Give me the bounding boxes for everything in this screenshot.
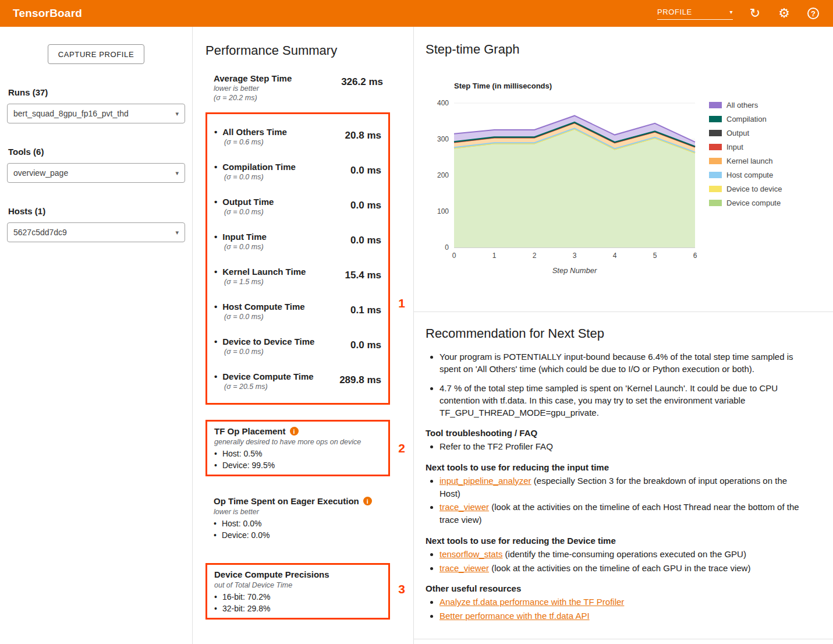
metric-output-time: Output Time (σ = 0.0 ms) 0.0 ms <box>214 189 381 224</box>
rec-link[interactable]: trace_viewer <box>439 563 489 573</box>
chevron-down-icon: ▾ <box>175 229 179 236</box>
metric-kernel-launch-time: Kernel Launch Time (σ = 1.5 ms) 15.4 ms <box>214 259 381 293</box>
hosts-select-value: 5627c5dd7dc9 <box>13 228 67 237</box>
annotation-box-3: Device Compute Precisions out of Total D… <box>205 563 390 620</box>
tf-op-placement-note: generally desired to have more ops on de… <box>214 438 381 446</box>
chart-x-axis-label: Step Number <box>454 266 695 275</box>
chevron-down-icon: ▾ <box>729 9 733 15</box>
annotation-box-2: TF Op Placement generally desired to hav… <box>205 420 390 476</box>
svg-text:400: 400 <box>437 99 449 107</box>
info-icon[interactable] <box>290 427 299 436</box>
annotation-number-3: 3 <box>398 582 405 596</box>
chart-legend: All othersCompilationOutputInputKernel l… <box>709 101 782 266</box>
step-time-chart: 01002003004000123456 <box>428 96 702 266</box>
legend-item: Output <box>709 129 782 137</box>
annotation-region-2: TF Op Placement generally desired to hav… <box>205 420 390 476</box>
recommendation-bullet: Your program is POTENTIALLY input-bound … <box>439 351 810 375</box>
metric-host-compute-time: Host Compute Time (σ = 0.0 ms) 0.1 ms <box>214 293 381 328</box>
tf-op-placement-host: Host: 0.5% <box>214 449 381 458</box>
info-icon[interactable] <box>363 497 372 505</box>
chevron-down-icon: ▾ <box>175 169 179 177</box>
rec-section-list: tensorflow_stats (identify the time-cons… <box>439 548 810 575</box>
legend-swatch <box>709 172 722 178</box>
rec-link[interactable]: tensorflow_stats <box>439 549 502 559</box>
rec-section-heading: Next tools to use for reducing the Devic… <box>426 536 810 546</box>
step-time-graph-panel: Step-time Graph Step Time (in millisecon… <box>414 27 833 312</box>
sidebar: CAPTURE PROFILE Runs (37) bert_squad_8gp… <box>0 27 193 644</box>
svg-text:200: 200 <box>437 171 449 179</box>
metric-device-compute-time: Device Compute Time (σ = 20.5 ms) 289.8 … <box>214 363 381 398</box>
precision-16bit: 16-bit: 70.2% <box>214 592 381 601</box>
recommendation-title: Recommendation for Next Step <box>426 326 810 341</box>
settings-button[interactable]: ⚙ <box>777 6 791 20</box>
legend-swatch <box>709 158 722 164</box>
legend-item: Device compute <box>709 199 782 207</box>
legend-item: Device to device <box>709 185 782 193</box>
svg-text:0: 0 <box>452 252 456 260</box>
legend-item: Kernel launch <box>709 157 782 165</box>
svg-text:4: 4 <box>613 252 617 260</box>
legend-swatch <box>709 186 722 192</box>
svg-text:1: 1 <box>492 252 497 260</box>
recommendation-bullets: Your program is POTENTIALLY input-bound … <box>439 351 810 419</box>
precisions-note: out of Total Device Time <box>214 581 381 589</box>
hosts-select[interactable]: 5627c5dd7dc9 ▾ <box>7 222 185 242</box>
legend-item: Input <box>709 143 782 151</box>
rec-section-heading: Tool troubleshooting / FAQ <box>426 428 810 438</box>
annotation-number-1: 1 <box>398 296 405 310</box>
legend-swatch <box>709 116 722 122</box>
chevron-down-icon: ▾ <box>175 110 179 118</box>
performance-summary-panel: Performance Summary Average Step Time lo… <box>193 27 414 644</box>
tensorboard-app: TensorBoard PROFILE ▾ ↻ ⚙ ? CAPTURE PROF… <box>0 0 833 644</box>
rec-section-list: Refer to the TF2 Profiler FAQ <box>439 440 810 453</box>
metric-all-others-time: All Others Time (σ = 0.6 ms) 20.8 ms <box>214 119 381 154</box>
topbar: TensorBoard PROFILE ▾ ↻ ⚙ ? <box>0 0 833 27</box>
legend-item: Compilation <box>709 115 782 123</box>
rec-item: tensorflow_stats (identify the time-cons… <box>439 548 810 561</box>
rec-section-heading: Other useful resources <box>426 583 810 593</box>
eager-host: Host: 0.0% <box>214 519 390 528</box>
rec-link[interactable]: Analyze tf.data performance with the TF … <box>439 597 624 607</box>
tools-select[interactable]: overview_page ▾ <box>7 163 185 183</box>
svg-text:3: 3 <box>573 252 577 260</box>
tf-op-placement-title: TF Op Placement <box>214 426 286 436</box>
help-button[interactable]: ? <box>806 6 820 20</box>
metric-input-time: Input Time (σ = 0.0 ms) 0.0 ms <box>214 224 381 259</box>
app-title: TensorBoard <box>13 7 82 20</box>
reload-button[interactable]: ↻ <box>748 6 762 20</box>
tf-op-placement-device: Device: 99.5% <box>214 461 381 470</box>
metric-compilation-time: Compilation Time (σ = 0.0 ms) 0.0 ms <box>214 154 381 189</box>
dashboard-selector[interactable]: PROFILE ▾ <box>657 8 733 20</box>
runs-select[interactable]: bert_squad_8gpu_fp16_pvt_thd ▾ <box>7 104 185 123</box>
precision-32bit: 32-bit: 29.8% <box>214 604 381 613</box>
svg-text:100: 100 <box>437 207 449 215</box>
legend-swatch <box>709 102 722 108</box>
recommendation-sections: Tool troubleshooting / FAQRefer to the T… <box>426 428 810 622</box>
annotation-region-3: Device Compute Precisions out of Total D… <box>205 563 390 620</box>
metric-average-step-time: Average Step Time lower is better (σ = 2… <box>205 73 390 102</box>
gear-icon: ⚙ <box>778 7 790 20</box>
right-panel: Step-time Graph Step Time (in millisecon… <box>414 27 833 644</box>
rec-section-list: Analyze tf.data performance with the TF … <box>439 596 810 622</box>
runs-select-value: bert_squad_8gpu_fp16_pvt_thd <box>13 109 129 118</box>
svg-text:6: 6 <box>693 252 697 260</box>
rec-item: Better performance with the tf.data API <box>439 610 810 622</box>
recommendation-panel: Recommendation for Next Step Your progra… <box>414 312 833 639</box>
dashboard-selector-value: PROFILE <box>657 8 692 16</box>
eager-device: Device: 0.0% <box>214 530 390 540</box>
rec-link[interactable]: trace_viewer <box>439 502 489 512</box>
rec-item: Analyze tf.data performance with the TF … <box>439 596 810 608</box>
rec-link[interactable]: Better performance with the tf.data API <box>439 611 590 621</box>
chart-title: Step Time (in milliseconds) <box>454 82 833 90</box>
svg-text:5: 5 <box>653 252 657 260</box>
svg-text:300: 300 <box>437 135 449 143</box>
rec-link[interactable]: input_pipeline_analyzer <box>439 476 531 486</box>
tools-label: Tools (6) <box>7 147 185 157</box>
bottom-divider <box>414 639 833 639</box>
tools-select-value: overview_page <box>13 168 68 178</box>
rec-item: trace_viewer (look at the activities on … <box>439 562 810 575</box>
capture-profile-button[interactable]: CAPTURE PROFILE <box>48 44 144 64</box>
annotation-number-2: 2 <box>398 441 405 455</box>
legend-item: All others <box>709 101 782 109</box>
rec-section-heading: Next tools to use for reducing the input… <box>426 462 810 472</box>
